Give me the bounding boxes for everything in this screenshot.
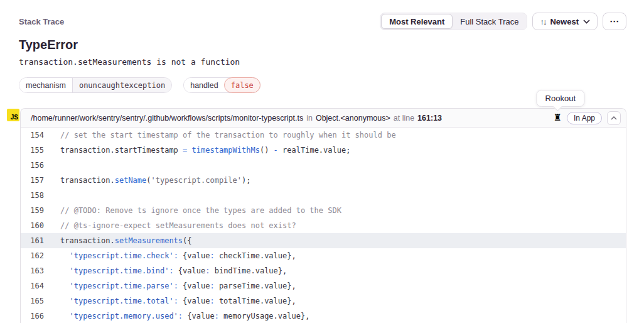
code-line: 159// @TODO: Remove ts ignore once the t… (21, 203, 626, 218)
code-line: 161transaction.setMeasurements({ (21, 233, 626, 248)
frame-location: /home/runner/work/sentry/sentry/.github/… (31, 114, 442, 123)
tag-value: onuncaughtexception (72, 78, 171, 92)
section-label: Stack Trace (19, 17, 64, 26)
code-line: 157transaction.setName('typescript.compi… (21, 173, 626, 188)
rookout-action[interactable]: ♜ Rookout (554, 113, 562, 123)
rookout-tooltip: Rookout (537, 90, 584, 107)
at-line-label: at line (394, 114, 414, 123)
code-line: 160// @ts-ignore-expect setMeasurements … (21, 218, 626, 233)
tag-key: handled (184, 78, 225, 92)
tag-value-error: false (224, 77, 260, 93)
stack-frame: JS /home/runner/work/sentry/sentry/.gith… (20, 108, 626, 323)
rookout-icon: ♜ (554, 113, 562, 123)
sort-arrows-icon: ↑↓ (540, 17, 545, 26)
code-line: 166 'typescript.memory.used': {value: me… (21, 309, 626, 323)
javascript-platform-icon: JS (7, 109, 19, 121)
sort-button[interactable]: ↑↓ Newest (532, 13, 598, 30)
stack-trace-page: Stack Trace Most Relevant Full Stack Tra… (0, 0, 644, 323)
segment-most-relevant[interactable]: Most Relevant (381, 14, 453, 29)
in-app-badge: In App (567, 112, 602, 124)
ellipsis-icon: ⋯ (609, 16, 620, 27)
chevron-up-icon (611, 116, 617, 120)
code-line: 164 'typescript.time.parse': {value: par… (21, 278, 626, 293)
error-message: transaction.setMeasurements is not a fun… (19, 57, 626, 67)
code-line: 156 (21, 158, 626, 173)
code-line: 163 'typescript.time.bind': {value: bind… (21, 263, 626, 278)
sort-label: Newest (550, 17, 579, 26)
frame-header-actions: ♜ Rookout In App (554, 111, 621, 125)
code-line: 154// set the start timestamp of the tra… (21, 128, 626, 143)
stack-trace-header-row: Stack Trace Most Relevant Full Stack Tra… (19, 13, 626, 30)
code-line: 158 (21, 188, 626, 203)
error-type-title: TypeError (19, 38, 626, 52)
segment-full-stack-trace[interactable]: Full Stack Trace (453, 14, 526, 29)
tags-row: mechanism onuncaughtexception handled fa… (19, 77, 626, 93)
frame-function: Object.<anonymous> (316, 114, 390, 123)
frame-line-number: 161:13 (417, 114, 442, 123)
code-body: 154// set the start timestamp of the tra… (21, 128, 626, 323)
collapse-frame-button[interactable] (607, 111, 621, 125)
chevron-down-icon (583, 19, 590, 24)
in-label: in (306, 114, 313, 123)
code-line: 162 'typescript.time.check': {value: che… (21, 248, 626, 263)
frame-header[interactable]: /home/runner/work/sentry/sentry/.github/… (21, 109, 626, 128)
more-options-button[interactable]: ⋯ (603, 13, 626, 30)
tag-mechanism[interactable]: mechanism onuncaughtexception (19, 77, 172, 93)
code-line: 165 'typescript.time.total': {value: tot… (21, 293, 626, 309)
view-toggle: Most Relevant Full Stack Trace (380, 13, 527, 30)
tooltip-text: Rookout (545, 94, 576, 103)
tag-handled[interactable]: handled false (183, 77, 260, 93)
code-line: 155transaction.startTimestamp = timestam… (21, 143, 626, 158)
frame-file-path: /home/runner/work/sentry/sentry/.github/… (31, 114, 303, 123)
tag-key: mechanism (19, 78, 72, 92)
toolbar-actions: Most Relevant Full Stack Trace ↑↓ Newest… (380, 13, 626, 30)
tooltip-caret (553, 102, 562, 111)
